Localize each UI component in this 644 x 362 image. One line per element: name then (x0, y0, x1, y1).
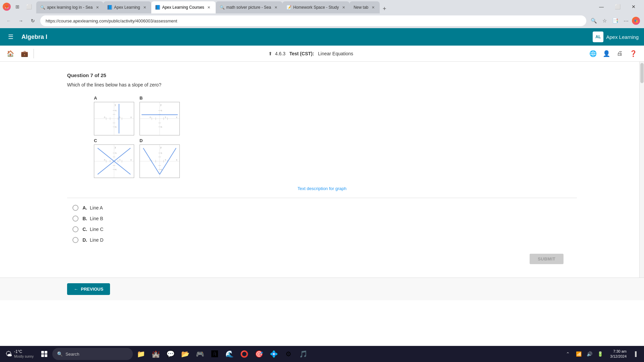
tab-close-4[interactable]: ✕ (273, 5, 278, 10)
taskbar-game2[interactable]: 🎯 (252, 347, 266, 361)
taskbar-clock[interactable]: 7:30 am 3/12/2024 (607, 349, 629, 359)
tab-close-3[interactable]: ✕ (206, 5, 212, 10)
taskbar-app-blue[interactable]: 💠 (267, 347, 280, 361)
taskbar-settings[interactable]: ⚙ (282, 347, 295, 361)
battery-icon[interactable]: 🔋 (595, 349, 605, 359)
url-input[interactable] (40, 15, 586, 26)
tab-homework[interactable]: 📝 Homework Space - Study ✕ (282, 1, 350, 13)
tab-close-1[interactable]: ✕ (95, 5, 100, 10)
wifi-icon[interactable]: 📶 (574, 349, 583, 359)
chevron-up-icon[interactable]: ⌃ (563, 349, 573, 359)
taskbar-search-text: Search (65, 352, 79, 357)
taskbar-file-explorer[interactable]: 📁 (134, 347, 148, 361)
radio-d[interactable] (72, 237, 78, 243)
taskbar-edge[interactable]: 🌊 (223, 347, 236, 361)
tab-close-5[interactable]: ✕ (341, 5, 346, 10)
answer-option-c[interactable]: C. Line C (72, 226, 577, 232)
graph-a-label: A (94, 96, 97, 101)
show-desktop-button[interactable]: ▌ (632, 349, 641, 359)
answer-letter-d: D. (83, 237, 87, 243)
close-button[interactable]: ✕ (626, 2, 641, 12)
bookmarks-button[interactable]: 📑 (610, 16, 620, 25)
other-icon: 🎵 (299, 350, 308, 358)
sub-header-divider (34, 49, 34, 58)
taskbar-teams[interactable]: 💬 (164, 347, 177, 361)
taskbar-castle-app[interactable]: 🏰 (149, 347, 162, 361)
previous-button[interactable]: ← PREVIOUS (67, 283, 110, 295)
scrollbar-thumb[interactable] (640, 63, 644, 83)
taskbar: 🌤 -1°C Mostly sunny 🔍 Search 📁 🏰 💬 📂 🎮 🅰 (0, 346, 644, 362)
zoom-button[interactable]: 🔍 (589, 16, 598, 25)
graphs-row-1: A (94, 96, 180, 135)
app-title: Algebra I (21, 34, 47, 41)
radio-b[interactable] (72, 216, 78, 222)
text-description-link[interactable]: Text description for graph (67, 186, 577, 191)
tab-title-4: math solver picture - Sea (226, 5, 271, 10)
svg-text:5: 5 (161, 110, 162, 112)
toolbar-icons: 🔍 ☆ 📑 ⋯ 🎭 (589, 16, 640, 25)
tab-apex-login[interactable]: 🔍 apex learning log in - Sea ✕ (36, 1, 103, 13)
taskbar-other[interactable]: 🎵 (297, 347, 310, 361)
radio-a[interactable] (72, 205, 78, 211)
browser-profile-icon[interactable]: 🦊 (3, 3, 11, 11)
file-explorer-icon: 📁 (137, 350, 145, 358)
taskbar-minecraft[interactable]: 🎮 (193, 347, 207, 361)
tab-new[interactable]: New tab ✕ (350, 1, 380, 13)
apex-logo-area: AL Apex Learning (593, 32, 639, 42)
maximize-button[interactable]: ⬜ (610, 2, 625, 12)
workspaces-btn[interactable]: ⊞ (13, 2, 22, 11)
taskbar-folder[interactable]: 📂 (178, 347, 192, 361)
svg-text:-5: -5 (104, 116, 106, 118)
back-button[interactable]: ← (4, 16, 13, 25)
bookmark-star-button[interactable]: ☆ (600, 16, 609, 25)
section-number: 4.6.3 (275, 51, 285, 56)
tab-close-2[interactable]: ✕ (142, 5, 147, 10)
forward-button[interactable]: → (16, 16, 25, 25)
minimize-button[interactable]: — (594, 2, 609, 12)
svg-text:x: x (176, 116, 177, 118)
question-number: Question 7 of 25 (67, 72, 577, 78)
scrollbar[interactable] (639, 62, 644, 278)
upload-icon: ⬆ (268, 51, 272, 56)
taskbar-opera[interactable]: ⭕ (237, 347, 251, 361)
prev-arrow-icon: ← (74, 287, 78, 292)
start-button[interactable] (38, 347, 51, 361)
refresh-button[interactable]: ↻ (28, 16, 38, 25)
taskbar-search[interactable]: 🔍 Search (52, 348, 133, 360)
taskbar-system-icons: ⌃ 📶 🔊 🔋 (563, 349, 605, 359)
submit-button[interactable]: SUBMIT (530, 254, 564, 264)
translate-button[interactable]: 🌐 (588, 48, 598, 59)
radio-c[interactable] (72, 226, 78, 232)
tab-apex-courses[interactable]: 📘 Apex Learning Courses ✕ (151, 1, 215, 13)
profile-avatar[interactable]: 🎭 (632, 17, 640, 25)
briefcase-button[interactable]: 💼 (19, 49, 30, 59)
apex-logo-text: Apex Learning (606, 34, 639, 40)
extensions-button[interactable]: ⋯ (621, 16, 631, 25)
tab-menu-btn[interactable]: ⬜ (24, 2, 34, 11)
graph-b-wrapper: B x (140, 96, 180, 135)
tab-title-1: apex learning log in - Sea (47, 5, 93, 10)
minecraft-icon: 🎮 (196, 350, 204, 358)
taskbar-time: 7:30 am (610, 349, 627, 354)
new-tab-button[interactable]: + (380, 4, 389, 13)
tab-close-6[interactable]: ✕ (370, 5, 376, 10)
answer-option-b[interactable]: B. Line B (72, 216, 577, 222)
tab-apex-learning[interactable]: 📘 Apex Learning ✕ (103, 1, 151, 13)
castle-icon: 🏰 (152, 350, 160, 358)
graph-b-label: B (140, 96, 143, 101)
help-button[interactable]: ❓ (628, 48, 639, 59)
print-button[interactable]: 🖨 (614, 48, 625, 59)
taskbar-amazon[interactable]: 🅰 (208, 347, 221, 361)
hamburger-menu-button[interactable]: ☰ (5, 32, 16, 42)
weather-desc: Mostly sunny (14, 354, 34, 359)
answer-option-d[interactable]: D. Line D (72, 237, 577, 243)
svg-text:-5: -5 (104, 159, 106, 161)
test-type: Test (CST): (289, 51, 314, 56)
graph-d: x y -5 5 5 -5 (140, 144, 180, 178)
answer-divider (67, 198, 577, 198)
speaker-icon[interactable]: 🔊 (585, 349, 594, 359)
answer-option-a[interactable]: A. Line A (72, 205, 577, 211)
tab-math-solver[interactable]: 🔍 math solver picture - Sea ✕ (216, 1, 282, 13)
home-button[interactable]: 🏠 (5, 49, 15, 59)
accessibility-button[interactable]: 👤 (601, 48, 612, 59)
